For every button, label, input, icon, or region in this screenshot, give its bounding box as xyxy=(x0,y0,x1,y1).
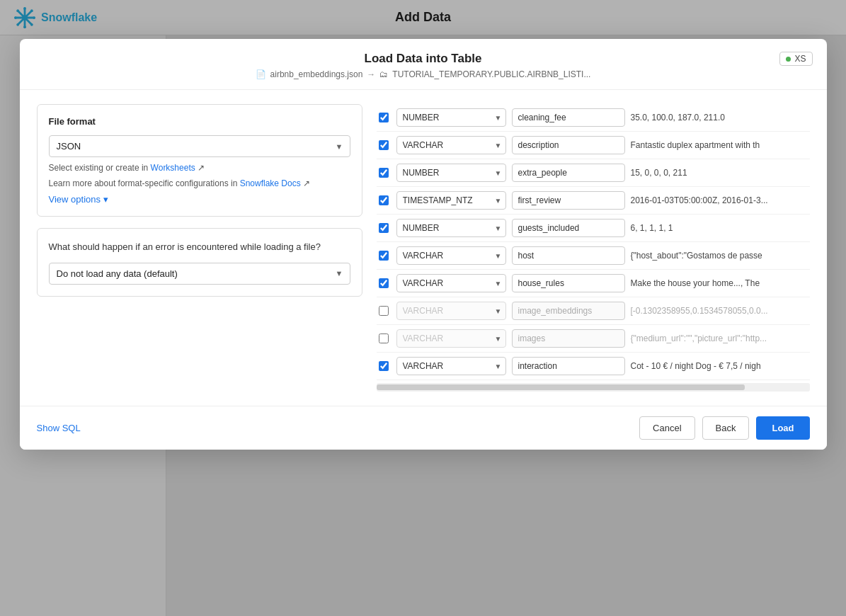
col-preview: 15, 0, 0, 0, 211 xyxy=(631,168,810,178)
type-select[interactable]: NUMBERVARCHARTIMESTAMP_NTZBOOLEANFLOATIN… xyxy=(396,219,506,237)
col-name-input[interactable] xyxy=(512,219,625,237)
columns-table: NUMBERVARCHARTIMESTAMP_NTZBOOLEANFLOATIN… xyxy=(377,104,810,380)
col-name-wrapper xyxy=(512,329,625,348)
type-select[interactable]: NUMBERVARCHARTIMESTAMP_NTZBOOLEANFLOATIN… xyxy=(396,108,506,127)
table-row: NUMBERVARCHARTIMESTAMP_NTZBOOLEANFLOATIN… xyxy=(377,187,810,215)
load-button[interactable]: Load xyxy=(756,416,809,440)
col-name-wrapper xyxy=(512,219,625,237)
modal-body: File format JSON CSV PARQUET AVRO ORC ▼ … xyxy=(20,90,827,406)
col-preview: {"medium_url":"","picture_url":"http... xyxy=(631,333,810,343)
worksheets-help: Select existing or create in Worksheets … xyxy=(49,163,350,173)
row-checkbox[interactable] xyxy=(379,195,389,205)
col-name-wrapper xyxy=(512,191,625,210)
table-row: NUMBERVARCHARTIMESTAMP_NTZBOOLEANFLOATIN… xyxy=(377,325,810,353)
file-icon: 📄 xyxy=(256,69,266,79)
row-checkbox[interactable] xyxy=(379,113,389,122)
col-name-wrapper xyxy=(512,274,625,292)
error-handling-select[interactable]: Do not load any data (default) Skip file… xyxy=(49,263,350,285)
col-preview: 2016-01-03T05:00:00Z, 2016-01-3... xyxy=(631,195,810,205)
back-button[interactable]: Back xyxy=(702,416,750,440)
row-checkbox[interactable] xyxy=(379,278,389,288)
modal-title: Load Data into Table xyxy=(256,52,591,66)
row-checkbox-wrapper xyxy=(377,140,391,150)
modal-header-content: Load Data into Table 📄 airbnb_embeddings… xyxy=(256,52,591,79)
source-file: airbnb_embeddings.json xyxy=(270,69,363,79)
row-checkbox[interactable] xyxy=(379,168,389,178)
show-sql-button[interactable]: Show SQL xyxy=(37,423,81,433)
type-select-wrapper: NUMBERVARCHARTIMESTAMP_NTZBOOLEANFLOATIN… xyxy=(396,219,506,237)
error-handling-box: What should happen if an error is encoun… xyxy=(37,228,362,297)
row-checkbox[interactable] xyxy=(379,361,389,371)
row-checkbox-wrapper xyxy=(377,251,391,261)
type-select-wrapper: NUMBERVARCHARTIMESTAMP_NTZBOOLEANFLOATIN… xyxy=(396,246,506,265)
file-format-select-wrapper: JSON CSV PARQUET AVRO ORC ▼ xyxy=(49,135,350,157)
type-select-wrapper: NUMBERVARCHARTIMESTAMP_NTZBOOLEANFLOATIN… xyxy=(396,191,506,210)
xs-dot xyxy=(786,57,791,62)
type-select-wrapper: NUMBERVARCHARTIMESTAMP_NTZBOOLEANFLOATIN… xyxy=(396,164,506,182)
cancel-button[interactable]: Cancel xyxy=(639,416,694,440)
type-select[interactable]: NUMBERVARCHARTIMESTAMP_NTZBOOLEANFLOATIN… xyxy=(396,246,506,265)
view-options-button[interactable]: View options ▾ xyxy=(49,194,108,205)
col-name-wrapper xyxy=(512,136,625,154)
xs-label: XS xyxy=(794,54,806,64)
xs-badge: XS xyxy=(779,52,812,66)
table-row: NUMBERVARCHARTIMESTAMP_NTZBOOLEANFLOATIN… xyxy=(377,242,810,270)
type-select[interactable]: NUMBERVARCHARTIMESTAMP_NTZBOOLEANFLOATIN… xyxy=(396,274,506,292)
row-checkbox[interactable] xyxy=(379,306,389,316)
col-name-input[interactable] xyxy=(512,329,625,348)
type-select-wrapper: NUMBERVARCHARTIMESTAMP_NTZBOOLEANFLOATIN… xyxy=(396,108,506,127)
left-panel: File format JSON CSV PARQUET AVRO ORC ▼ … xyxy=(37,104,362,392)
modal-subtitle: 📄 airbnb_embeddings.json → 🗂 TUTORIAL_TE… xyxy=(256,69,591,79)
horizontal-scrollbar-thumb xyxy=(377,384,745,390)
modal-footer: Show SQL Cancel Back Load xyxy=(20,406,827,450)
col-preview: 35.0, 100.0, 187.0, 211.0 xyxy=(631,113,810,122)
type-select[interactable]: NUMBERVARCHARTIMESTAMP_NTZBOOLEANFLOATIN… xyxy=(396,164,506,182)
table-scroll[interactable]: NUMBERVARCHARTIMESTAMP_NTZBOOLEANFLOATIN… xyxy=(377,104,810,380)
row-checkbox[interactable] xyxy=(379,140,389,150)
col-preview: Fantastic duplex apartment with th xyxy=(631,140,810,150)
col-preview: {"host_about":"Gostamos de passe xyxy=(631,251,810,261)
modal: Load Data into Table 📄 airbnb_embeddings… xyxy=(20,39,827,450)
table-row: NUMBERVARCHARTIMESTAMP_NTZBOOLEANFLOATIN… xyxy=(377,104,810,132)
type-select[interactable]: NUMBERVARCHARTIMESTAMP_NTZBOOLEANFLOATIN… xyxy=(396,136,506,154)
row-checkbox-wrapper xyxy=(377,168,391,178)
type-select[interactable]: NUMBERVARCHARTIMESTAMP_NTZBOOLEANFLOATIN… xyxy=(396,191,506,210)
table-row: NUMBERVARCHARTIMESTAMP_NTZBOOLEANFLOATIN… xyxy=(377,132,810,159)
row-checkbox[interactable] xyxy=(379,333,389,343)
type-select[interactable]: NUMBERVARCHARTIMESTAMP_NTZBOOLEANFLOATIN… xyxy=(396,329,506,348)
col-name-input[interactable] xyxy=(512,164,625,182)
target-table: TUTORIAL_TEMPORARY.PUBLIC.AIRBNB_LISTI..… xyxy=(392,69,590,79)
col-name-input[interactable] xyxy=(512,357,625,375)
type-select[interactable]: NUMBERVARCHARTIMESTAMP_NTZBOOLEANFLOATIN… xyxy=(396,357,506,375)
error-handling-title: What should happen if an error is encoun… xyxy=(49,240,350,254)
type-select-wrapper: NUMBERVARCHARTIMESTAMP_NTZBOOLEANFLOATIN… xyxy=(396,302,506,320)
docs-help: Learn more about format-specific configu… xyxy=(49,178,350,188)
snowflake-docs-link[interactable]: Snowflake Docs xyxy=(240,178,301,188)
row-checkbox-wrapper xyxy=(377,195,391,205)
error-handling-select-wrapper: Do not load any data (default) Skip file… xyxy=(49,263,350,285)
horizontal-scrollbar[interactable] xyxy=(377,383,810,392)
type-select[interactable]: NUMBERVARCHARTIMESTAMP_NTZBOOLEANFLOATIN… xyxy=(396,302,506,320)
table-row: NUMBERVARCHARTIMESTAMP_NTZBOOLEANFLOATIN… xyxy=(377,270,810,297)
row-checkbox-wrapper xyxy=(377,333,391,343)
col-name-wrapper xyxy=(512,246,625,265)
col-name-input[interactable] xyxy=(512,136,625,154)
col-name-wrapper xyxy=(512,164,625,182)
col-name-input[interactable] xyxy=(512,246,625,265)
worksheets-link[interactable]: Worksheets xyxy=(151,163,195,173)
row-checkbox[interactable] xyxy=(379,223,389,233)
row-checkbox[interactable] xyxy=(379,251,389,261)
file-format-title: File format xyxy=(49,116,350,127)
col-preview: 6, 1, 1, 1, 1 xyxy=(631,223,810,233)
col-name-input[interactable] xyxy=(512,302,625,320)
col-name-input[interactable] xyxy=(512,274,625,292)
type-select-wrapper: NUMBERVARCHARTIMESTAMP_NTZBOOLEANFLOATIN… xyxy=(396,329,506,348)
type-select-wrapper: NUMBERVARCHARTIMESTAMP_NTZBOOLEANFLOATIN… xyxy=(396,357,506,375)
table-row: NUMBERVARCHARTIMESTAMP_NTZBOOLEANFLOATIN… xyxy=(377,215,810,242)
col-name-input[interactable] xyxy=(512,108,625,127)
table-row: NUMBERVARCHARTIMESTAMP_NTZBOOLEANFLOATIN… xyxy=(377,353,810,380)
arrow-icon: → xyxy=(367,69,375,79)
row-checkbox-wrapper xyxy=(377,113,391,122)
file-format-select[interactable]: JSON CSV PARQUET AVRO ORC xyxy=(49,135,350,157)
col-name-input[interactable] xyxy=(512,191,625,210)
